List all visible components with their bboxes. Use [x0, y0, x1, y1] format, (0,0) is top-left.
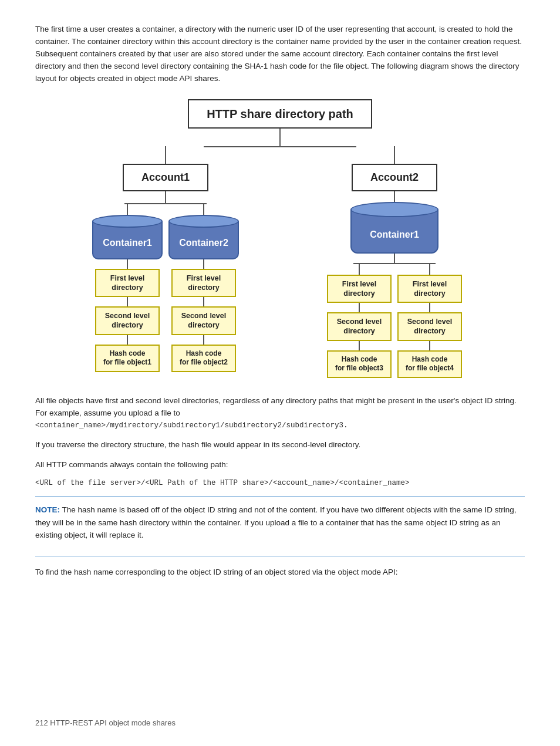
acc2-sub1-vl2 [359, 303, 360, 312]
acc2-sub2-vl [429, 263, 430, 275]
diagram: HTTP share directory path Account1 [51, 99, 509, 378]
body-para1: All file objects have first and second l… [35, 394, 525, 451]
acc1-c2-label: Container2 [179, 236, 228, 250]
acc1-c2-ellipse [168, 215, 239, 228]
acc2-sub1-first: First leveldirectory [327, 275, 392, 303]
page-content: The first time a user creates a containe… [35, 23, 525, 578]
note-section: NOTE: The hash name is based off of the … [35, 496, 525, 556]
acc2-sub1-vl [359, 263, 360, 275]
top-vline [279, 129, 281, 146]
acc2-c1-cylinder: Container1 [350, 210, 438, 254]
account1-box: Account1 [123, 164, 208, 191]
body-code-path: <container_name>/mydirectory/subdirector… [35, 420, 525, 431]
acc1-c1-vline [127, 203, 128, 215]
body-para3: To find the hash name corresponding to t… [35, 566, 525, 579]
acc2-sub2-vl3 [429, 341, 430, 350]
acc2-c1-vline-down [394, 254, 395, 263]
acc1-c1-dir-vl3 [127, 335, 128, 345]
http-share-box: HTTP share directory path [188, 99, 372, 129]
acc1-c1-ellipse [92, 215, 163, 228]
acc2-sub1: First leveldirectory Second leveldirecto… [327, 263, 392, 378]
acc2-vline-top [394, 146, 395, 164]
acc2-vline-mid [394, 191, 395, 203]
acc2-subpair: First leveldirectory Second leveldirecto… [327, 263, 462, 378]
acc2-sub-hline [353, 263, 436, 264]
acc1-vline-top [165, 146, 166, 164]
acc2-sub2-first: First leveldirectory [397, 275, 462, 303]
acc1-c1-cylinder: Container1 [92, 221, 163, 259]
acc1-c1-label: Container1 [103, 236, 152, 250]
acc1-c1-dir-vl1 [127, 259, 128, 269]
acc1-container1: Container1 First leveldirectory Second l… [92, 203, 163, 372]
acc1-c2-dir-vl1 [203, 259, 204, 269]
acc1-vline-mid [165, 191, 166, 203]
intro-paragraph: The first time a user creates a containe… [35, 23, 525, 85]
body-para2: All HTTP commands always contain the fol… [35, 458, 525, 471]
acc2-sub2: First leveldirectory Second leveldirecto… [397, 263, 462, 378]
acc1-c1-hash: Hash codefor file object1 [95, 345, 160, 372]
accounts-hline [204, 146, 356, 147]
page-footer: 212 HTTP-REST API object mode shares [35, 717, 176, 729]
note-body: The hash name is based off of the object… [35, 505, 516, 539]
acc1-c2-firstlevel: First leveldirectory [171, 269, 236, 298]
acc1-c2-vline [203, 203, 204, 215]
acc1-c2-cylinder: Container2 [168, 221, 239, 259]
acc2-sub2-vl2 [429, 303, 430, 312]
acc2-sub1-vl3 [359, 341, 360, 350]
account2-box: Account2 [352, 164, 437, 191]
acc2-c1-label: Container1 [370, 228, 419, 242]
acc2-c1-ellipse [350, 202, 438, 217]
account1-col: Account1 [51, 146, 280, 378]
acc1-c2-hash: Hash codefor file object2 [171, 345, 236, 372]
acc1-container2: Container2 First leveldirectory Second l… [168, 203, 239, 372]
acc1-c2-secondlevel: Second leveldirectory [171, 306, 236, 335]
body-code1: <URL of the file server>/<URL Path of th… [35, 478, 525, 489]
acc1-c1-secondlevel: Second leveldirectory [95, 306, 160, 335]
acc1-containers: Container1 First leveldirectory Second l… [92, 203, 239, 372]
note-label: NOTE: [35, 505, 60, 514]
note-text: NOTE: The hash name is based off of the … [35, 504, 525, 542]
account2-col: Account2 Container1 [280, 146, 509, 378]
acc1-c1-dir-vl2 [127, 297, 128, 306]
acc2-sub2-hash: Hash codefor file object4 [397, 350, 462, 378]
acc2-sub1-second: Second leveldirectory [327, 312, 392, 341]
acc1-c1-firstlevel: First leveldirectory [95, 269, 160, 298]
acc2-sub1-hash: Hash codefor file object3 [327, 350, 392, 378]
acc1-cyl-hline [124, 203, 207, 204]
acc1-c2-dir-vl2 [203, 297, 204, 306]
acc2-sub2-second: Second leveldirectory [397, 312, 462, 341]
acc1-c2-dir-vl3 [203, 335, 204, 345]
